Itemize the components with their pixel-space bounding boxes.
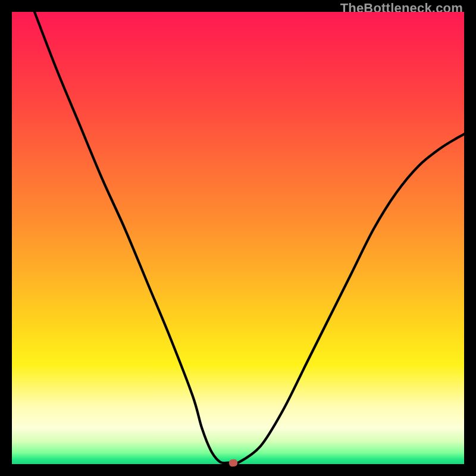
minimum-marker (229, 459, 239, 467)
bottleneck-curve (12, 12, 464, 464)
chart-frame: TheBottleneck.com (0, 0, 476, 476)
plot-area (12, 12, 464, 464)
